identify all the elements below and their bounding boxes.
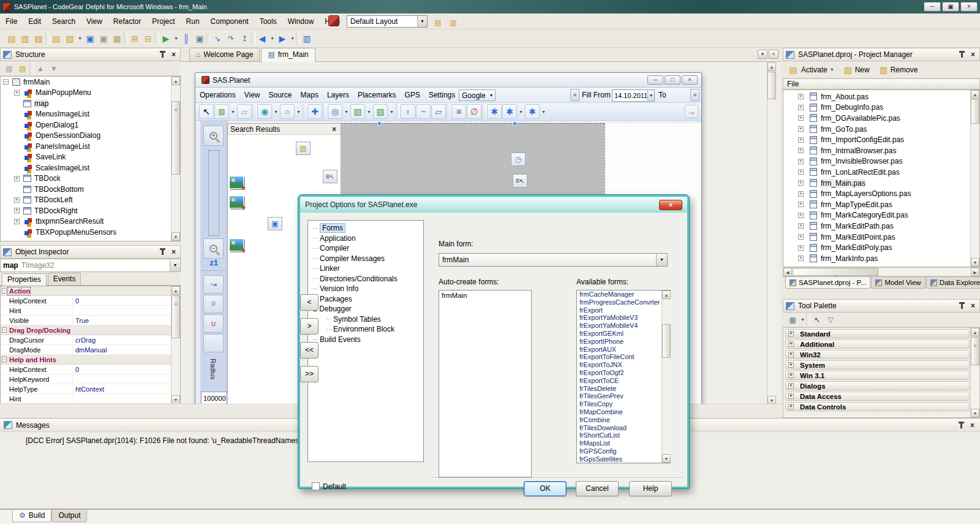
step-over-button[interactable]: ↷ (224, 32, 238, 45)
zoom-out-button[interactable]: − (203, 238, 224, 259)
options-tree-item[interactable]: Symbol Tables (308, 314, 423, 325)
palette-category[interactable]: Win32 (785, 350, 970, 359)
available-form-item[interactable]: frTilesDownload (577, 424, 670, 432)
editor-scrollbar[interactable] (767, 63, 776, 404)
select-rect-tool-button[interactable]: ▧ (214, 104, 229, 119)
expander-icon[interactable] (798, 213, 804, 218)
move-down-button[interactable]: ▼ (47, 62, 61, 75)
remove-from-project-button[interactable]: ⊟ (141, 32, 155, 45)
globe-dropdown[interactable]: ▾ (273, 104, 279, 119)
available-form-item[interactable]: frExportGEKml (577, 330, 670, 338)
available-form-item[interactable]: frExportToCE (577, 377, 670, 385)
project-file-item[interactable]: frm_Main.pas (783, 178, 979, 189)
palette-category[interactable]: Additional (785, 340, 970, 349)
map-type-select[interactable]: Google ▾ (459, 89, 496, 101)
save-layout-button[interactable]: ▤ (431, 16, 445, 29)
project-file-item[interactable]: frm_ImportConfigEdit.pas (783, 134, 979, 145)
palette-category[interactable]: Dialogs (785, 381, 970, 390)
fullscreen-tool-button[interactable]: ✚ (307, 104, 322, 119)
globe-tool-button[interactable]: ◉ (257, 104, 272, 119)
designer-menu-item[interactable]: GPS (401, 88, 424, 102)
options-tree-item[interactable]: Packages (308, 294, 423, 305)
available-form-item[interactable]: frTilesDelete (577, 385, 670, 393)
options-tree-item[interactable]: Linker (308, 264, 423, 274)
search-results-header[interactable]: Search Results × (228, 124, 341, 135)
expander-icon[interactable] (798, 191, 804, 197)
menu-component-icon[interactable]: ≡↖ (513, 174, 527, 188)
property-row[interactable]: HelpContext 0 (1, 296, 180, 306)
structure-tree-item[interactable]: PanelsImageList (1, 141, 180, 152)
menu-item[interactable]: Refactor (108, 15, 146, 28)
selection-manager-button[interactable]: ≡ (451, 104, 466, 119)
property-value[interactable]: True (73, 317, 180, 324)
file-column-header[interactable]: File (783, 78, 980, 89)
remove-icon[interactable]: ▥ (877, 63, 891, 77)
property-row[interactable]: DragMode dmManual (1, 345, 180, 355)
expand-icon[interactable] (788, 352, 794, 357)
options-tree-item[interactable]: Directories/Conditionals (308, 274, 423, 284)
new-items-button[interactable]: ▤ (5, 32, 18, 45)
available-form-item[interactable]: frExportToOgf2 (577, 369, 670, 377)
pin-icon[interactable] (162, 51, 164, 58)
available-form-item[interactable]: frExportToJNX (577, 361, 670, 369)
project-file-item[interactable]: frm_GoTo.pas (783, 124, 979, 135)
expand-icon[interactable] (788, 362, 794, 368)
expander-icon[interactable] (3, 79, 9, 85)
activate-button[interactable]: Activate (801, 66, 827, 74)
scroll-right-icon[interactable] (971, 268, 979, 276)
layers-visibility-button[interactable]: ▨ (373, 104, 388, 119)
options-tree-item[interactable]: Debugger (308, 304, 423, 314)
polygon-add-button[interactable]: ▱ (431, 104, 446, 119)
pin-icon[interactable] (162, 249, 164, 255)
route-numbers-button[interactable]: # (203, 295, 224, 313)
designer-menu-item[interactable]: Placemarks (353, 88, 401, 102)
expander-icon[interactable] (798, 180, 804, 186)
object-selector[interactable]: map TImage32 ▾ (0, 259, 181, 272)
save-dialog-component-icon[interactable]: ▣ (268, 217, 282, 230)
forward-dropdown[interactable]: ▾ (289, 32, 296, 45)
open-dialog-component-icon[interactable]: ▧ (296, 142, 311, 155)
selection-grip[interactable] (377, 121, 382, 126)
scroll-thumb[interactable] (172, 295, 180, 338)
category-expander-icon[interactable] (1, 288, 8, 294)
expander-icon[interactable] (798, 137, 804, 143)
close-button[interactable]: × (682, 75, 698, 85)
add-to-project-button[interactable]: ⊞ (128, 32, 141, 45)
magnet-button[interactable]: ∪ (203, 314, 224, 333)
designer-title-bar[interactable]: SAS.Planet ─ □ × (195, 73, 701, 88)
delete-item-button[interactable]: ▤ (16, 62, 29, 75)
designer-menu-item[interactable]: Layers (323, 88, 353, 102)
available-form-item[interactable]: frGPSConfig (577, 447, 670, 455)
available-form-item[interactable]: frExportYaMobileV3 (577, 314, 670, 322)
project-file-item[interactable]: frm_MarkEditPath.pas (783, 221, 979, 232)
project-file-item[interactable]: frm_MarkEditPoly.pas (783, 242, 979, 253)
options-tree-item[interactable]: Version Info (308, 284, 423, 294)
move-up-button[interactable]: ▲ (34, 62, 47, 75)
zoom-slider[interactable] (208, 150, 219, 236)
available-form-item[interactable]: frExport (577, 306, 670, 314)
run-until-return-button[interactable]: ↥ (238, 32, 251, 45)
imagelist-component-icon[interactable] (229, 238, 244, 251)
structure-tree-item[interactable]: TBDock (1, 173, 180, 184)
scroll-down-icon[interactable] (172, 232, 180, 241)
expander-icon[interactable] (14, 165, 20, 170)
new-item-button[interactable]: ▤ (2, 62, 16, 75)
expander-icon[interactable] (14, 122, 20, 127)
maximize-button[interactable]: □ (665, 75, 680, 85)
property-value[interactable]: crDrag (73, 336, 180, 344)
gps-point-dropdown[interactable]: ▾ (540, 104, 547, 119)
project-file-item[interactable]: frm_InvisibleBrowser.pas (783, 156, 979, 167)
designer-menu-item[interactable]: Operations (195, 88, 240, 102)
open-project-button[interactable]: ▦ (110, 32, 124, 45)
designer-menu-item[interactable]: Source (265, 88, 296, 102)
available-form-item[interactable]: frExportYaMobileV4 (577, 322, 670, 330)
expand-icon[interactable] (788, 404, 794, 409)
expander-icon[interactable] (798, 126, 804, 132)
available-form-item[interactable]: frmCacheManager (577, 290, 670, 298)
designer-menu-item[interactable]: Settings (424, 88, 459, 102)
zoom-in-button[interactable]: + (203, 126, 224, 146)
menu-item[interactable]: Search (47, 15, 81, 28)
expander-icon[interactable] (798, 169, 804, 175)
structure-tree-item[interactable]: ScalesImageList (1, 162, 180, 173)
open-file-button[interactable]: ▧ (63, 32, 77, 45)
